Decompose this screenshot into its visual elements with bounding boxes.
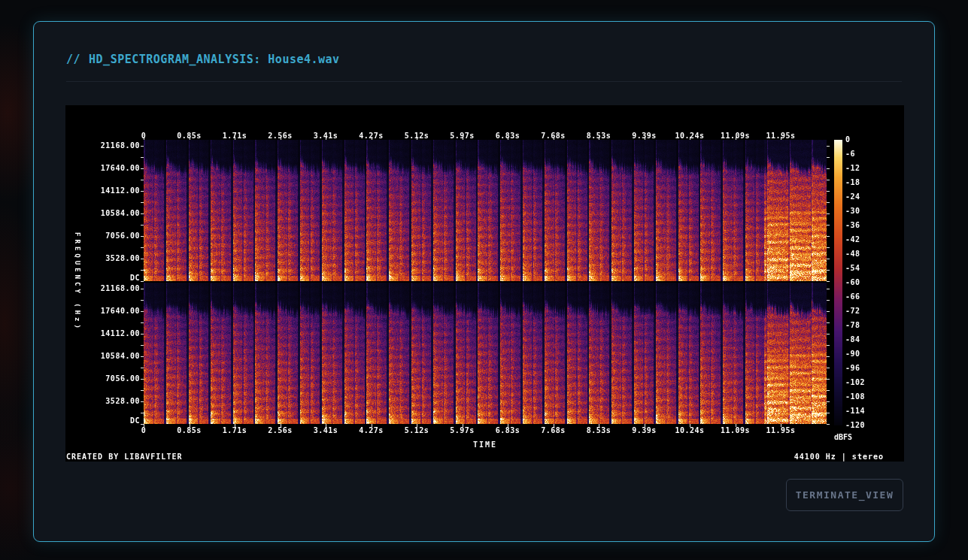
- time-tick-label-bottom: 7.68s: [541, 427, 566, 434]
- colorbar-tick-label: -96: [845, 365, 860, 372]
- time-tick-label-top: 4.27s: [359, 132, 384, 140]
- time-tick-label-bottom: 9.39s: [632, 427, 657, 434]
- colorbar-tick-label: -42: [845, 236, 860, 244]
- time-tick-label-top: 7.68s: [541, 132, 566, 140]
- page-title: //HD_SPECTROGRAM_ANALYSIS: House4.wav: [66, 53, 340, 66]
- colorbar-tick-label: -108: [845, 393, 865, 401]
- time-tick-label-top: 0.85s: [177, 132, 202, 140]
- colorbar-tick-label: -12: [845, 165, 860, 172]
- colorbar-tick-label: -30: [845, 207, 860, 215]
- title-comment-prefix: //: [66, 53, 80, 66]
- colorbar-tick-label: -114: [845, 407, 865, 415]
- colorbar-tick-label: -78: [845, 322, 860, 329]
- colorbar-tick-label: -48: [845, 250, 860, 258]
- time-tick-label-bottom: 6.83s: [496, 427, 520, 434]
- time-tick-label-top: 1.71s: [223, 132, 247, 140]
- spectrogram-figure: 000.85s0.85s1.71s1.71s2.56s2.56s3.41s3.4…: [65, 105, 904, 462]
- time-tick-label-top: 2.56s: [268, 132, 293, 140]
- terminate-view-button[interactable]: TERMINATE_VIEW: [786, 479, 903, 511]
- time-tick-label-top: 10.24s: [675, 132, 704, 140]
- freq-tick-label: 17640.00: [65, 165, 140, 172]
- analysis-card: //HD_SPECTROGRAM_ANALYSIS: House4.wav 00…: [33, 21, 935, 542]
- credit-text: CREATED BY LIBAVFILTER: [66, 453, 182, 461]
- time-tick-label-bottom: 11.09s: [721, 427, 750, 434]
- time-tick-label-top: 6.83s: [496, 132, 520, 140]
- time-tick-label-bottom: 0: [141, 427, 147, 434]
- time-tick-label-bottom: 5.12s: [405, 427, 429, 434]
- time-tick-label-bottom: 1.71s: [223, 427, 247, 434]
- time-tick-label-bottom: 11.95s: [766, 427, 795, 434]
- colorbar-unit-label: dBFS: [834, 433, 852, 441]
- time-tick-label-top: 11.95s: [766, 132, 795, 140]
- x-axis-label: TIME: [473, 440, 497, 449]
- y-axis-label: FREQUENCY (Hz): [74, 232, 81, 331]
- freq-tick-label: 14112.00: [65, 187, 140, 195]
- time-tick-label-bottom: 5.97s: [450, 427, 475, 434]
- time-tick-label-bottom: 4.27s: [359, 427, 384, 434]
- title-divider: [66, 81, 902, 82]
- colorbar-tick-label: -60: [845, 279, 860, 286]
- time-tick-label-bottom: 8.53s: [587, 427, 611, 434]
- colorbar-tick-label: -72: [845, 307, 860, 315]
- freq-tick-label: 10584.00: [65, 210, 140, 217]
- colorbar-tick-label: -120: [845, 422, 865, 429]
- time-tick-label-top: 9.39s: [632, 132, 657, 140]
- colorbar-tick-label: -36: [845, 222, 860, 229]
- time-tick-label-bottom: 3.41s: [314, 427, 338, 434]
- time-tick-label-top: 3.41s: [314, 132, 338, 140]
- colorbar-tick-label: -24: [845, 193, 860, 201]
- time-tick-label-bottom: 10.24s: [675, 427, 704, 434]
- colorbar-tick-label: -90: [845, 350, 860, 358]
- freq-tick-label: DC: [65, 417, 140, 425]
- colorbar-tick-label: 0: [845, 136, 851, 144]
- time-tick-label-top: 8.53s: [587, 132, 611, 140]
- colorbar-tick-label: -66: [845, 293, 860, 301]
- time-tick-label-top: 5.12s: [405, 132, 429, 140]
- colorbar-tick-label: -54: [845, 265, 860, 272]
- time-tick-label-bottom: 2.56s: [268, 427, 293, 434]
- colorbar-tick-label: -84: [845, 336, 860, 344]
- time-tick-label-top: 11.09s: [721, 132, 750, 140]
- time-tick-label-bottom: 0.85s: [177, 427, 202, 434]
- time-tick-label-top: 0: [141, 132, 147, 140]
- colorbar-tick-label: -18: [845, 179, 860, 186]
- freq-tick-label: 10584.00: [65, 353, 140, 360]
- freq-tick-label: 21168.00: [65, 142, 140, 150]
- colorbar-tick-label: -6: [845, 150, 855, 158]
- freq-tick-label: 7056.00: [65, 375, 140, 383]
- freq-tick-label: 3528.00: [65, 398, 140, 405]
- title-text: HD_SPECTROGRAM_ANALYSIS: House4.wav: [89, 53, 340, 66]
- colorbar-tick-label: -102: [845, 379, 865, 386]
- time-tick-label-top: 5.97s: [450, 132, 475, 140]
- sample-info-text: 44100 Hz | stereo: [794, 453, 884, 461]
- spectrogram-canvas: [65, 105, 904, 462]
